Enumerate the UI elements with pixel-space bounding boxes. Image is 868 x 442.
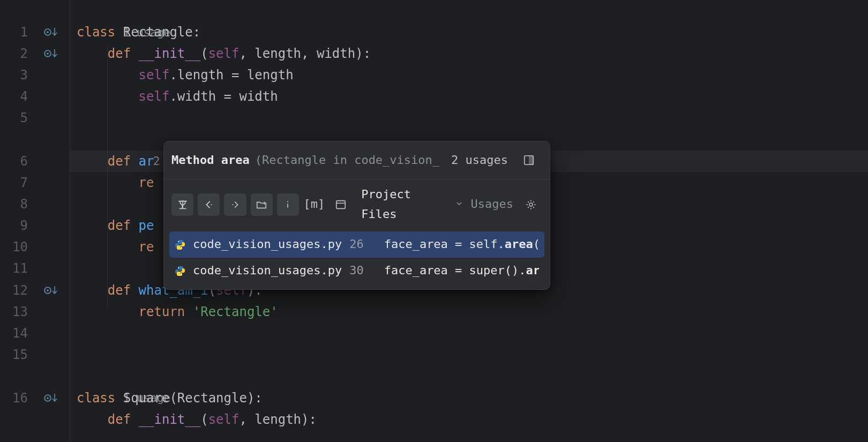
line-number: 1 bbox=[0, 21, 32, 43]
prev-occurrence-icon[interactable] bbox=[198, 193, 220, 216]
gutter-row[interactable]: 14 bbox=[0, 323, 70, 344]
line-number: 12 bbox=[0, 280, 32, 301]
code-lens[interactable]: 1 usage bbox=[70, 365, 868, 387]
line-number: 6 bbox=[0, 151, 32, 172]
gutter-row[interactable]: 4 bbox=[0, 86, 70, 107]
code-line[interactable] bbox=[70, 344, 868, 365]
line-number: 10 bbox=[0, 236, 32, 258]
line-number: 2 bbox=[0, 43, 32, 64]
svg-point-2 bbox=[211, 204, 212, 205]
line-number: 15 bbox=[0, 344, 32, 365]
gutter-row[interactable]: 2 bbox=[0, 43, 70, 64]
code-line[interactable]: return 'Rectangle' bbox=[70, 301, 868, 323]
usages-popup-toolbar: [m] Project Files Usages bbox=[164, 179, 550, 229]
usage-line: 30 bbox=[349, 261, 364, 281]
usages-label: Usages bbox=[471, 194, 513, 214]
gutter-marks bbox=[32, 284, 70, 297]
svg-point-4 bbox=[287, 201, 288, 202]
line-number: 5 bbox=[0, 107, 32, 129]
code-editor[interactable]: 12345678910111213141516 1 usage class Re… bbox=[0, 0, 868, 442]
next-occurrence-icon[interactable] bbox=[224, 193, 246, 216]
implements-override-icon[interactable] bbox=[44, 284, 57, 297]
open-in-toolwindow-icon[interactable] bbox=[518, 149, 540, 171]
line-number: 16 bbox=[0, 387, 32, 409]
popup-count: 2 usages bbox=[451, 151, 508, 170]
line-number: 13 bbox=[0, 301, 32, 323]
gutter-row[interactable]: 7 bbox=[0, 172, 70, 193]
usage-snippet: face_area = super().area( bbox=[384, 261, 539, 281]
svg-point-6 bbox=[529, 203, 533, 206]
line-number: 9 bbox=[0, 215, 32, 236]
gutter-marks bbox=[32, 26, 70, 39]
line-number: 4 bbox=[0, 86, 32, 107]
line-number: 14 bbox=[0, 323, 32, 344]
settings-icon[interactable] bbox=[520, 193, 542, 216]
gutter-row[interactable]: 10 bbox=[0, 236, 70, 258]
gutter-row[interactable]: 12 bbox=[0, 280, 70, 301]
line-number: 8 bbox=[0, 193, 32, 215]
popup-title: Method area bbox=[171, 151, 250, 170]
gutter-row[interactable]: 1 bbox=[0, 21, 70, 43]
gutter-row[interactable]: 5 bbox=[0, 107, 70, 129]
python-file-icon bbox=[175, 266, 185, 276]
usage-file: code_vision_usages.py bbox=[193, 235, 342, 254]
usage-row[interactable]: code_vision_usages.py30face_area = super… bbox=[169, 258, 544, 284]
gutter-row[interactable]: 9 bbox=[0, 215, 70, 236]
usages-popup-header: Method area (Rectangle in code_vision_us… bbox=[164, 141, 550, 179]
line-number: 11 bbox=[0, 258, 32, 279]
code-line[interactable]: def __init__(self, length, width): bbox=[70, 43, 868, 64]
code-line[interactable]: def __init__(self, length): bbox=[70, 409, 868, 430]
python-file-icon bbox=[175, 239, 185, 250]
pin-results-icon[interactable] bbox=[171, 193, 193, 216]
implements-override-icon[interactable] bbox=[44, 392, 57, 404]
svg-rect-5 bbox=[336, 200, 345, 208]
gutter-row[interactable]: 15 bbox=[0, 344, 70, 365]
filter-method-icon[interactable]: [m] bbox=[303, 193, 325, 216]
editor-gutter: 12345678910111213141516 bbox=[0, 0, 70, 442]
new-folder-icon[interactable] bbox=[251, 193, 273, 216]
gutter-marks bbox=[32, 47, 70, 60]
implements-override-icon[interactable] bbox=[44, 47, 57, 60]
implements-override-icon[interactable] bbox=[44, 26, 57, 39]
usage-snippet: face_area = self.area() bbox=[384, 235, 539, 254]
gutter-row[interactable]: 16 bbox=[0, 387, 70, 409]
info-icon[interactable] bbox=[277, 193, 299, 216]
usage-row[interactable]: code_vision_usages.py26face_area = self.… bbox=[169, 231, 544, 258]
svg-rect-1 bbox=[529, 156, 533, 165]
gutter-marks bbox=[32, 392, 70, 404]
popup-context: (Rectangle in code_vision_us bbox=[255, 151, 440, 170]
code-line[interactable]: self.length = length bbox=[70, 64, 868, 86]
code-lens[interactable]: 1 usage bbox=[70, 0, 868, 21]
code-line[interactable] bbox=[70, 323, 868, 344]
usages-popup[interactable]: Method area (Rectangle in code_vision_us… bbox=[163, 141, 550, 290]
scope-selector-label: Project Files bbox=[361, 185, 451, 224]
gutter-row[interactable]: 6 bbox=[0, 151, 70, 172]
svg-point-3 bbox=[232, 204, 233, 205]
usage-line: 26 bbox=[349, 235, 364, 254]
gutter-row[interactable]: 11 bbox=[0, 258, 70, 279]
gutter-row[interactable]: 3 bbox=[0, 64, 70, 86]
scope-selector[interactable]: Project Files bbox=[356, 185, 466, 224]
line-number: 3 bbox=[0, 64, 32, 86]
code-line[interactable]: class Rectangle: bbox=[70, 21, 868, 43]
code-line[interactable]: class Square(Rectangle): bbox=[70, 387, 868, 409]
gutter-row[interactable]: 8 bbox=[0, 193, 70, 215]
usage-file: code_vision_usages.py bbox=[193, 261, 342, 281]
preview-panel-icon[interactable] bbox=[330, 193, 351, 216]
line-number: 7 bbox=[0, 172, 32, 193]
code-line[interactable] bbox=[70, 107, 868, 129]
usages-list: code_vision_usages.py26face_area = self.… bbox=[164, 229, 550, 289]
code-line[interactable]: self.width = width bbox=[70, 86, 868, 107]
chevron-down-icon bbox=[455, 194, 463, 214]
gutter-row[interactable]: 13 bbox=[0, 301, 70, 323]
